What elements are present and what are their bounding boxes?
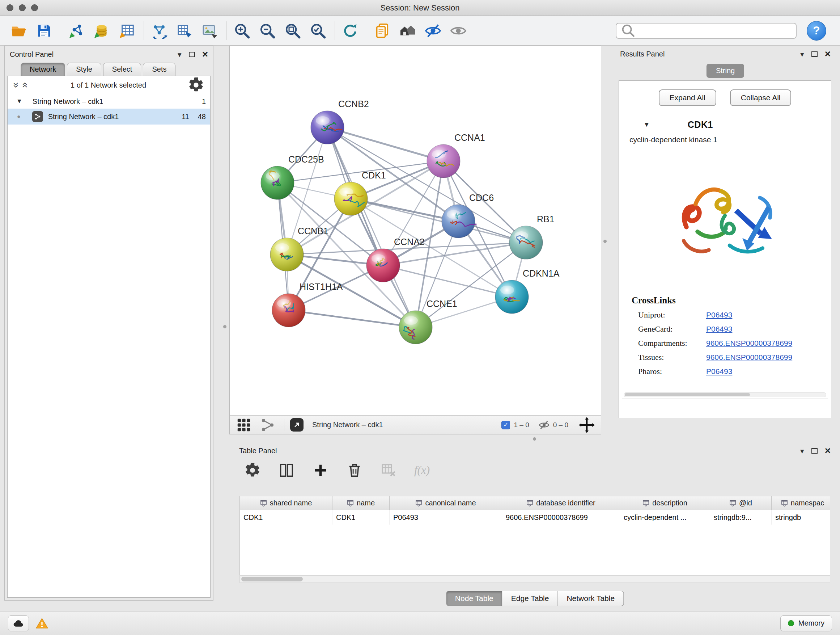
- table-cell[interactable]: CDK1: [332, 510, 390, 524]
- table-cell[interactable]: stringdb: [772, 510, 830, 524]
- node-HIST1H1A[interactable]: HIST1H1A: [272, 282, 343, 327]
- network-collection-row[interactable]: ▼ String Network – cdk1 1: [8, 94, 210, 109]
- export-image-button[interactable]: [200, 20, 220, 41]
- warning-icon[interactable]: [35, 617, 49, 630]
- column-header-database-identifier[interactable]: database identifier: [502, 496, 620, 510]
- tab-style[interactable]: Style: [67, 63, 101, 76]
- edge-CCNB2-CCNE1[interactable]: [327, 127, 416, 327]
- eye-toggle-button[interactable]: [448, 20, 469, 41]
- column-header-namespac[interactable]: namespac: [772, 496, 830, 510]
- network-overview-icon[interactable]: [259, 417, 276, 433]
- tab-node-table[interactable]: Node Table: [446, 591, 502, 606]
- cloud-status-button[interactable]: [8, 616, 29, 631]
- node-CCNA1[interactable]: CCNA1: [427, 133, 485, 178]
- node-CCNB1[interactable]: CCNB1: [270, 226, 328, 271]
- column-header-description[interactable]: description: [620, 496, 710, 510]
- save-session-button[interactable]: [34, 20, 54, 41]
- vertical-splitter-handle[interactable]: [223, 325, 226, 328]
- import-network-from-database-button[interactable]: [92, 20, 112, 41]
- panel-menu-caret-icon[interactable]: ▾: [800, 50, 804, 58]
- show-columns-button[interactable]: [278, 462, 295, 478]
- pan-crosshair-icon[interactable]: [578, 417, 595, 433]
- table-options-gear-button[interactable]: [244, 462, 261, 478]
- results-horizontal-scrollbar[interactable]: [624, 393, 826, 397]
- column-header-shared-name[interactable]: shared name: [240, 496, 332, 510]
- panel-menu-caret-icon[interactable]: ▾: [178, 51, 182, 58]
- eye-slash-toggle-button[interactable]: [423, 20, 443, 41]
- zoom-in-button[interactable]: [232, 20, 252, 41]
- tab-sets[interactable]: Sets: [143, 63, 175, 76]
- memory-button[interactable]: Memory: [780, 616, 832, 631]
- open-session-button[interactable]: [9, 20, 29, 41]
- window-zoom-button[interactable]: [31, 4, 38, 11]
- tab-network[interactable]: Network: [21, 63, 65, 76]
- documents-button[interactable]: [372, 20, 393, 41]
- node-CDKN1A[interactable]: CDKN1A: [495, 268, 560, 314]
- crosslink-value-link[interactable]: P06493: [706, 367, 732, 376]
- expand-all-button[interactable]: Expand All: [659, 89, 716, 106]
- delete-column-button[interactable]: [346, 462, 363, 478]
- create-column-button[interactable]: [312, 462, 329, 478]
- edge-HIST1H1A-CCNE1[interactable]: [289, 310, 416, 327]
- horizontal-splitter-handle[interactable]: [533, 437, 536, 440]
- edge-CCNB2-CCNA1[interactable]: [327, 127, 444, 161]
- zoom-selected-button[interactable]: [308, 20, 328, 41]
- crosslink-value-link[interactable]: 9606.ENSP00000378699: [706, 339, 792, 348]
- scrollbar-thumb[interactable]: [241, 577, 303, 581]
- collection-caret-icon[interactable]: ▼: [16, 98, 22, 105]
- refresh-view-button[interactable]: [340, 20, 360, 41]
- clone-network-button[interactable]: [174, 20, 195, 41]
- checkbox-checked-icon[interactable]: ✓: [501, 421, 510, 429]
- crosslink-value-link[interactable]: P06493: [706, 310, 732, 319]
- window-close-button[interactable]: [6, 4, 13, 11]
- panel-float-icon[interactable]: [812, 51, 818, 57]
- column-header-canonical-name[interactable]: canonical name: [390, 496, 502, 510]
- window-minimize-button[interactable]: [19, 4, 26, 11]
- help-button[interactable]: ?: [807, 21, 826, 41]
- scrollbar-thumb[interactable]: [625, 393, 750, 396]
- gene-section-header[interactable]: ▼ CDK1: [622, 115, 828, 134]
- table-cell[interactable]: stringdb:9...: [710, 510, 772, 524]
- table-cell[interactable]: CDK1: [240, 510, 332, 524]
- node-RB1[interactable]: RB1: [509, 214, 554, 259]
- panel-menu-caret-icon[interactable]: ▾: [800, 447, 804, 455]
- panel-float-icon[interactable]: [812, 448, 818, 454]
- global-search-input[interactable]: [639, 27, 792, 35]
- node-CCNA2[interactable]: CCNA2: [366, 237, 425, 282]
- home-button[interactable]: [398, 20, 418, 41]
- node-CDC6[interactable]: CDC6: [442, 193, 494, 238]
- network-canvas[interactable]: CCNB2CCNA1CDC25BCDK1CDC6RB1CCNB1CCNA2CDK…: [230, 46, 601, 415]
- network-row-selected[interactable]: ● String Network – cdk1 11 48: [8, 109, 210, 125]
- gene-caret-icon[interactable]: ▼: [643, 120, 650, 128]
- column-header--id[interactable]: @id: [710, 496, 772, 510]
- node-CDC25B[interactable]: CDC25B: [261, 154, 324, 200]
- crosslink-value-link[interactable]: P06493: [706, 325, 732, 333]
- edge-CDK1-RB1[interactable]: [351, 199, 526, 242]
- node-CDK1[interactable]: CDK1: [334, 170, 386, 215]
- birds-eye-view-grid-icon[interactable]: [235, 417, 252, 433]
- tab-edge-table[interactable]: Edge Table: [502, 591, 558, 606]
- panel-close-icon[interactable]: ×: [825, 446, 831, 456]
- panel-close-icon[interactable]: ×: [825, 49, 831, 59]
- table-horizontal-scrollbar[interactable]: [240, 575, 830, 583]
- table-cell[interactable]: cyclin-dependent ...: [620, 510, 710, 524]
- tab-network-table[interactable]: Network Table: [558, 591, 624, 606]
- node-table-row[interactable]: CDK1CDK1P064939606.ENSP00000378699cyclin…: [240, 510, 830, 524]
- search-box[interactable]: [616, 23, 797, 39]
- zoom-out-button[interactable]: [257, 20, 278, 41]
- zoom-fit-button[interactable]: [283, 20, 303, 41]
- collapse-all-button[interactable]: Collapse All: [730, 89, 791, 106]
- tab-string[interactable]: String: [706, 64, 744, 78]
- network-options-gear-button[interactable]: [188, 77, 204, 93]
- crosslink-value-link[interactable]: 9606.ENSP00000378699: [706, 353, 792, 362]
- column-header-name[interactable]: name: [332, 496, 390, 510]
- export-view-button[interactable]: [290, 418, 303, 432]
- table-cell[interactable]: 9606.ENSP00000378699: [502, 510, 620, 524]
- panel-close-icon[interactable]: ×: [202, 49, 208, 59]
- table-cell[interactable]: P06493: [390, 510, 502, 524]
- tab-select[interactable]: Select: [103, 63, 141, 76]
- node-CCNE1[interactable]: CCNE1: [399, 299, 457, 344]
- import-network-from-file-button[interactable]: [66, 20, 87, 41]
- new-network-from-selection-button[interactable]: [149, 20, 169, 41]
- expand-all-icon[interactable]: »: [18, 82, 30, 88]
